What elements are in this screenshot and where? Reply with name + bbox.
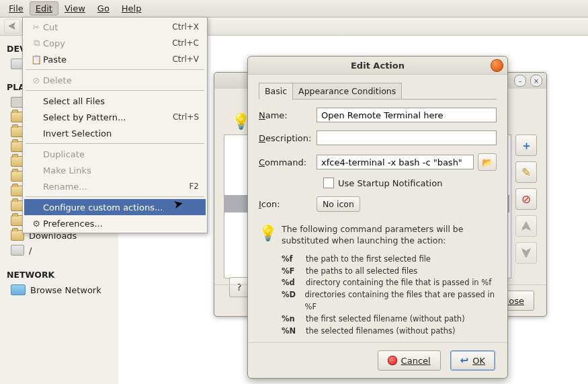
name-input[interactable] — [317, 108, 497, 122]
icon-button[interactable]: No icon — [317, 196, 360, 212]
command-label: Command: — [259, 157, 317, 167]
sidebar-heading-network: NETWORK — [0, 264, 118, 282]
menu-edit[interactable]: Edit — [30, 1, 58, 15]
add-action-button[interactable]: ＋ — [515, 135, 537, 156]
button-label: OK — [472, 356, 485, 366]
ok-button[interactable]: ↩OK — [450, 350, 495, 371]
description-label: Description: — [259, 133, 317, 143]
tab-appearance-conditions[interactable]: Appearance Conditions — [292, 83, 402, 100]
menu-separator — [26, 143, 204, 144]
open-icon: 📂 — [482, 157, 493, 167]
description-input[interactable] — [317, 130, 497, 145]
tab-bar: Basic Appearance Conditions — [259, 81, 497, 100]
browse-command-button[interactable]: 📂 — [478, 153, 497, 171]
sidebar-item-browse-network[interactable]: Browse Network — [0, 282, 118, 297]
dialog-title: Edit Action — [351, 61, 405, 71]
icon-label: Icon: — [259, 199, 317, 209]
delete-icon: ⊘ — [30, 75, 43, 85]
menubar: File Edit View Go Help — [0, 0, 588, 17]
paste-icon: 📋 — [30, 54, 43, 65]
command-input[interactable] — [317, 155, 474, 169]
hint-text: The following command parameters will be… — [282, 224, 497, 247]
menu-delete[interactable]: ⊘Delete — [24, 72, 206, 88]
menu-select-pattern[interactable]: Select by Pattern...Ctrl+S — [24, 109, 206, 125]
edit-action-button[interactable]: ✎ — [515, 161, 537, 183]
menu-configure-custom-actions[interactable]: Configure custom actions... — [24, 199, 206, 215]
back-button[interactable]: ⮜ — [4, 19, 20, 34]
disk-icon — [11, 245, 24, 256]
preferences-icon: ⚙ — [30, 219, 43, 229]
menu-help[interactable]: Help — [116, 1, 148, 15]
menu-invert-selection[interactable]: Invert Selection — [24, 125, 206, 141]
cancel-button[interactable]: Cancel — [378, 350, 441, 371]
startup-notification-label: Use Startup Notification — [338, 178, 442, 188]
menu-file[interactable]: File — [3, 1, 30, 15]
network-icon — [11, 284, 26, 295]
menu-rename[interactable]: Rename...F2 — [24, 178, 206, 194]
copy-icon: ⧉ — [30, 38, 43, 48]
menu-copy[interactable]: ⧉CopyCtrl+C — [24, 35, 206, 51]
menu-separator — [26, 196, 204, 197]
sidebar-item-label: / — [29, 245, 32, 256]
name-label: Name: — [259, 110, 317, 120]
button-label: Cancel — [401, 356, 431, 366]
edit-action-dialog: Edit Action Basic Appearance Conditions … — [247, 56, 508, 379]
move-down-button[interactable]: ⮟ — [515, 242, 537, 264]
startup-notification-checkbox[interactable] — [323, 178, 334, 188]
cut-icon: ✂ — [30, 22, 43, 32]
menu-select-all[interactable]: Select all Files — [24, 93, 206, 109]
menu-go[interactable]: Go — [91, 1, 116, 15]
menu-duplicate[interactable]: Duplicate — [24, 146, 206, 162]
menu-separator — [26, 69, 204, 70]
move-up-button[interactable]: ⮝ — [515, 215, 537, 237]
edit-menu-dropdown: ✂CutCtrl+X ⧉CopyCtrl+C 📋PasteCtrl+V ⊘Del… — [22, 17, 208, 233]
close-button[interactable] — [491, 59, 503, 72]
menu-preferences[interactable]: ⚙Preferences... — [24, 215, 206, 231]
ok-icon: ↩ — [460, 354, 469, 367]
parameter-legend: %fthe path to the first selected file %F… — [259, 254, 497, 338]
sidebar-item-root[interactable]: / — [0, 243, 118, 258]
menu-make-links[interactable]: Make Links — [24, 162, 206, 178]
menu-separator — [26, 90, 204, 91]
menu-view[interactable]: View — [58, 1, 91, 15]
cancel-icon — [388, 356, 397, 365]
menu-paste[interactable]: 📋PasteCtrl+V — [24, 51, 206, 67]
menu-cut[interactable]: ✂CutCtrl+X — [24, 19, 206, 35]
sidebar-item-label: Browse Network — [30, 285, 101, 295]
minimize-button[interactable]: – — [514, 75, 526, 87]
dialog-titlebar[interactable]: Edit Action — [248, 56, 507, 75]
delete-action-button[interactable]: ⊘ — [515, 188, 537, 210]
lightbulb-icon: 💡 — [259, 224, 275, 247]
close-button[interactable]: × — [530, 75, 542, 87]
tab-basic[interactable]: Basic — [259, 83, 293, 100]
